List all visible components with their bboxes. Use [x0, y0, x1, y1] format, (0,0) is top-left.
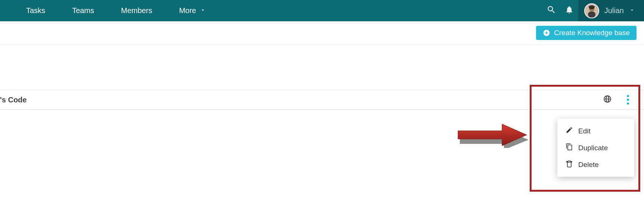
- nav-item-label: More: [179, 6, 196, 15]
- dropdown-item-delete[interactable]: Delete: [557, 156, 634, 173]
- chevron-down-icon: [629, 6, 635, 15]
- user-name: Julian: [604, 6, 624, 15]
- duplicate-icon: [566, 143, 573, 152]
- annotation-arrow-icon: [457, 122, 528, 148]
- svg-rect-2: [588, 12, 595, 18]
- kebab-dot-icon: [627, 95, 629, 97]
- plus-circle-icon: [543, 29, 550, 37]
- delete-icon: [566, 160, 573, 169]
- row-more-button[interactable]: [625, 93, 631, 107]
- create-button-label: Create Knowledge base: [554, 29, 630, 37]
- row-actions: [603, 93, 631, 107]
- nav-item-more[interactable]: More: [165, 0, 219, 21]
- nav-right: Julian: [542, 0, 644, 21]
- dropdown-item-edit[interactable]: Edit: [557, 123, 634, 139]
- svg-marker-4: [460, 130, 528, 148]
- notifications-button[interactable]: [560, 0, 578, 21]
- nav-item-label: Teams: [72, 6, 94, 15]
- search-icon: [547, 5, 556, 16]
- kebab-dot-icon: [627, 99, 629, 101]
- row-dropdown-menu: Edit Duplicate Delete: [557, 119, 634, 177]
- dropdown-item-label: Duplicate: [578, 144, 608, 152]
- dropdown-item-label: Delete: [578, 161, 599, 169]
- nav-item-partial[interactable]: s: [0, 0, 13, 21]
- toolbar-row: Create Knowledge base: [0, 21, 644, 45]
- row-title: 's Code: [0, 96, 27, 104]
- nav-item-label: Tasks: [26, 6, 45, 15]
- chevron-down-icon: [200, 6, 206, 15]
- nav-item-teams[interactable]: Teams: [59, 0, 108, 21]
- nav-item-tasks[interactable]: Tasks: [13, 0, 59, 21]
- dropdown-item-label: Edit: [578, 127, 591, 135]
- kebab-dot-icon: [627, 102, 629, 105]
- search-button[interactable]: [542, 0, 560, 21]
- create-knowledge-base-button[interactable]: Create Knowledge base: [536, 26, 637, 40]
- spacer: [0, 45, 644, 90]
- user-menu[interactable]: Julian: [578, 0, 644, 21]
- bell-icon: [565, 5, 574, 16]
- nav-item-label: Members: [121, 6, 152, 15]
- knowledge-base-row[interactable]: 's Code: [0, 90, 644, 110]
- nav-left: s Tasks Teams Members More: [0, 0, 219, 21]
- avatar: [584, 3, 599, 18]
- edit-icon: [566, 126, 573, 136]
- nav-item-members[interactable]: Members: [108, 0, 165, 21]
- svg-marker-5: [458, 124, 527, 146]
- globe-icon[interactable]: [603, 95, 612, 105]
- top-navbar: s Tasks Teams Members More: [0, 0, 644, 21]
- dropdown-item-duplicate[interactable]: Duplicate: [557, 139, 634, 156]
